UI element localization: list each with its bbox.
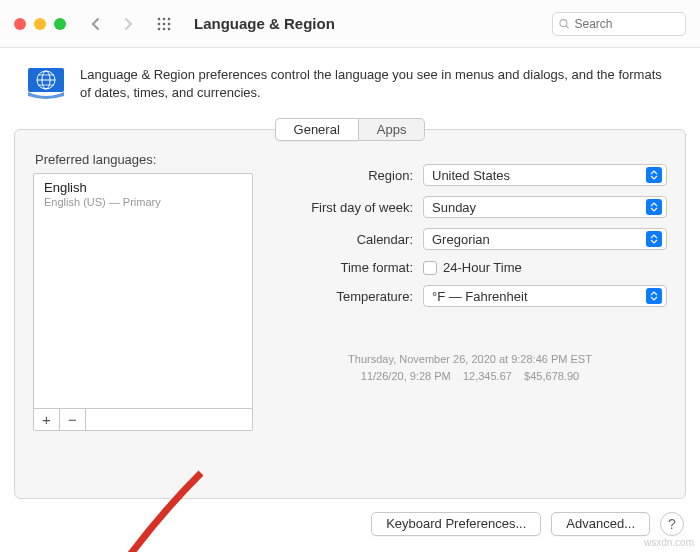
keyboard-preferences-button[interactable]: Keyboard Preferences... (371, 512, 541, 536)
search-field[interactable] (552, 12, 686, 36)
format-sample: Thursday, November 26, 2020 at 9:28:46 P… (273, 351, 667, 384)
24hour-checkbox[interactable] (423, 261, 437, 275)
first-day-label: First day of week: (273, 200, 423, 215)
sample-line2: 11/26/20, 9:28 PM 12,345.67 $45,678.90 (273, 368, 667, 385)
footer-spacer (86, 409, 252, 430)
svg-point-2 (168, 17, 171, 20)
tab-general[interactable]: General (275, 118, 358, 141)
svg-point-0 (158, 17, 161, 20)
svg-line-10 (566, 25, 569, 28)
first-day-select[interactable]: Sunday (423, 196, 667, 218)
svg-point-5 (168, 22, 171, 25)
calendar-select[interactable]: Gregorian (423, 228, 667, 250)
annotation-arrow-icon (96, 468, 206, 552)
sample-line1: Thursday, November 26, 2020 at 9:28:46 P… (273, 351, 667, 368)
help-button[interactable]: ? (660, 512, 684, 536)
svg-point-1 (163, 17, 166, 20)
show-all-icon[interactable] (152, 12, 176, 36)
svg-point-4 (163, 22, 166, 25)
chevron-updown-icon (646, 167, 662, 183)
calendar-value: Gregorian (432, 232, 490, 247)
zoom-window[interactable] (54, 18, 66, 30)
temperature-select[interactable]: °F — Fahrenheit (423, 285, 667, 307)
window-title: Language & Region (194, 15, 335, 32)
minimize-window[interactable] (34, 18, 46, 30)
svg-point-7 (163, 27, 166, 30)
temperature-value: °F — Fahrenheit (432, 289, 528, 304)
add-language-button[interactable]: + (34, 409, 60, 430)
advanced-button[interactable]: Advanced... (551, 512, 650, 536)
temperature-label: Temperature: (273, 289, 423, 304)
watermark: wsxdn.com (644, 537, 694, 548)
svg-point-8 (168, 27, 171, 30)
remove-language-button[interactable]: − (60, 409, 86, 430)
region-value: United States (432, 168, 510, 183)
time-format-label: Time format: (273, 260, 423, 275)
24hour-label: 24-Hour Time (443, 260, 522, 275)
language-name: English (44, 180, 242, 195)
calendar-label: Calendar: (273, 232, 423, 247)
tab-apps[interactable]: Apps (358, 118, 426, 141)
language-sub: English (US) — Primary (44, 196, 242, 208)
search-icon (559, 18, 569, 30)
list-item[interactable]: English English (US) — Primary (34, 174, 252, 214)
close-window[interactable] (14, 18, 26, 30)
chevron-updown-icon (646, 199, 662, 215)
svg-point-6 (158, 27, 161, 30)
back-button[interactable] (84, 12, 108, 36)
header-description: Language & Region preferences control th… (80, 66, 670, 102)
globe-flag-icon (24, 68, 68, 102)
region-label: Region: (273, 168, 423, 183)
forward-button (116, 12, 140, 36)
svg-point-9 (560, 19, 567, 26)
chevron-updown-icon (646, 288, 662, 304)
chevron-updown-icon (646, 231, 662, 247)
preferred-languages-label: Preferred languages: (33, 152, 253, 167)
svg-point-3 (158, 22, 161, 25)
region-select[interactable]: United States (423, 164, 667, 186)
first-day-value: Sunday (432, 200, 476, 215)
preferred-languages-list[interactable]: English English (US) — Primary + − (33, 173, 253, 431)
search-input[interactable] (574, 17, 679, 31)
